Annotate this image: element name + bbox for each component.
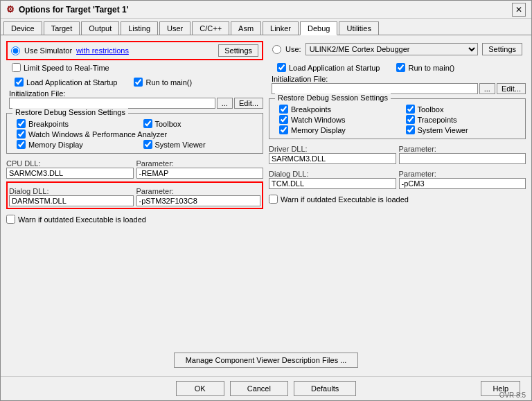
watch-windows-checkbox-right[interactable] xyxy=(279,115,288,124)
footer-buttons: OK Cancel Defaults xyxy=(176,381,357,396)
run-to-main-check-left: Run to main() xyxy=(134,78,192,87)
cancel-button[interactable]: Cancel xyxy=(230,381,288,396)
system-viewer-checkbox-left[interactable] xyxy=(143,140,152,149)
memory-display-checkbox-left[interactable] xyxy=(17,140,26,149)
restore-group-inner-left: Breakpoints Toolbox Watch Windows & Perf… xyxy=(11,119,258,149)
use-simulator-label: Use Simulator xyxy=(24,46,72,55)
tab-listing[interactable]: Listing xyxy=(121,21,158,35)
toolbox-checkbox-right[interactable] xyxy=(406,105,415,114)
use-debugger-section: Use: ULINK2/ME Cortex Debugger Settings xyxy=(269,41,526,57)
use-simulator-section: Use Simulator with restrictions Settings xyxy=(6,41,263,60)
run-to-main-checkbox-right[interactable] xyxy=(396,63,405,72)
title-bar-left: ⚙ Options for Target 'Target 1' xyxy=(6,4,129,15)
limit-speed-checkbox[interactable] xyxy=(12,63,21,72)
tab-utilities[interactable]: Utilities xyxy=(339,21,378,35)
init-file-section-left: Initialization File: ... Edit... xyxy=(9,89,263,109)
cpu-dll-label-left: CPU DLL: xyxy=(6,159,134,168)
footer: OK Cancel Defaults Help OVR 8:5 xyxy=(1,376,531,400)
debugger-select[interactable]: ULINK2/ME Cortex Debugger xyxy=(305,43,479,55)
load-app-row: Load Application at Startup Run to main(… xyxy=(9,78,263,87)
memory-display-label-left: Memory Display xyxy=(28,141,83,149)
restore-group-inner-right: Breakpoints Toolbox Watch Windows T xyxy=(274,105,521,134)
cpu-param-input-left[interactable] xyxy=(136,168,264,179)
driver-param-input-right[interactable] xyxy=(399,153,526,164)
system-viewer-checkbox-right[interactable] xyxy=(406,125,415,134)
tab-target[interactable]: Target xyxy=(44,21,80,35)
driver-dll-input-right[interactable] xyxy=(269,153,396,164)
tab-debug[interactable]: Debug xyxy=(300,21,337,35)
manage-component-button[interactable]: Manage Component Viewer Description File… xyxy=(174,353,359,368)
use-label: Use: xyxy=(285,45,301,53)
load-app-label-left: Load Application at Startup xyxy=(26,78,117,87)
init-file-section-right: Initialization File: ... Edit... xyxy=(272,75,526,94)
run-to-main-checkbox-left[interactable] xyxy=(134,78,143,87)
init-file-browse-left[interactable]: ... xyxy=(217,98,233,109)
breakpoints-checkbox-right[interactable] xyxy=(279,105,288,114)
app-icon: ⚙ xyxy=(6,4,15,15)
toolbox-checkbox-left[interactable] xyxy=(143,119,152,128)
tab-user[interactable]: User xyxy=(159,21,190,35)
tab-linker[interactable]: Linker xyxy=(263,21,299,35)
driver-dll-label-right: Driver DLL: xyxy=(269,145,396,153)
init-file-browse-right[interactable]: ... xyxy=(479,83,495,94)
load-app-check-right: Load Application at Startup xyxy=(277,63,380,72)
load-app-checkbox-right[interactable] xyxy=(277,63,286,72)
load-app-checkbox-left[interactable] xyxy=(15,78,24,87)
dialog-dll-label-left: Dialog DLL: xyxy=(9,187,134,195)
dialog-param-input-right[interactable] xyxy=(399,178,526,189)
breakpoints-label-right: Breakpoints xyxy=(291,105,331,114)
watch-windows-checkbox-left[interactable] xyxy=(17,130,26,139)
toolbox-row-left: Toolbox xyxy=(143,119,259,128)
init-file-input-right[interactable] xyxy=(272,83,478,94)
ok-button[interactable]: OK xyxy=(176,381,224,396)
watch-windows-label-left: Watch Windows & Performance Analyzer xyxy=(28,130,167,139)
status-bar: OVR 8:5 xyxy=(499,391,526,399)
run-to-main-label-left: Run to main() xyxy=(145,78,192,87)
close-button[interactable]: ✕ xyxy=(512,3,526,17)
dialog-dll-input-left[interactable] xyxy=(9,195,134,206)
breakpoints-checkbox-left[interactable] xyxy=(17,119,26,128)
warn-checkbox-left[interactable] xyxy=(6,215,15,224)
system-viewer-row-left: System Viewer xyxy=(143,140,259,149)
with-restrictions-link[interactable]: with restrictions xyxy=(76,46,129,55)
dialog-dll-row-left: Dialog DLL: Parameter: xyxy=(9,187,260,206)
dialog-param-input-left[interactable] xyxy=(136,195,261,206)
tab-asm[interactable]: Asm xyxy=(231,21,261,35)
restore-group-right: Restore Debug Session Settings Breakpoin… xyxy=(269,98,526,139)
tracepoints-label-right: Tracepoints xyxy=(418,116,457,124)
use-debugger-radio[interactable] xyxy=(272,45,281,54)
watch-windows-row-left: Watch Windows & Performance Analyzer xyxy=(17,130,258,139)
tab-cpp[interactable]: C/C++ xyxy=(192,21,229,35)
breakpoints-label-left: Breakpoints xyxy=(28,120,69,128)
driver-dll-col-right: Driver DLL: xyxy=(269,145,396,164)
memory-display-label-right: Memory Display xyxy=(291,126,346,134)
init-file-edit-left[interactable]: Edit... xyxy=(234,98,263,109)
warn-checkbox-right[interactable] xyxy=(269,195,278,204)
dialog-dll-row-right: Dialog DLL: Parameter: xyxy=(269,170,526,189)
limit-speed-label: Limit Speed to Real-Time xyxy=(24,64,109,72)
tracepoints-checkbox-right[interactable] xyxy=(406,115,415,124)
simulator-settings-button[interactable]: Settings xyxy=(218,44,258,57)
tab-device[interactable]: Device xyxy=(3,21,42,35)
debugger-settings-button[interactable]: Settings xyxy=(482,43,522,55)
defaults-button[interactable]: Defaults xyxy=(294,381,356,396)
cpu-dll-input-left[interactable] xyxy=(6,168,134,179)
dialog-dll-label-right: Dialog DLL: xyxy=(269,170,396,178)
driver-param-col-right: Parameter: xyxy=(399,145,526,164)
two-column-layout: Use Simulator with restrictions Settings… xyxy=(6,41,526,347)
breakpoints-row-right: Breakpoints xyxy=(279,105,395,114)
use-simulator-radio[interactable] xyxy=(11,46,20,55)
dialog-dll-input-right[interactable] xyxy=(269,178,396,189)
main-window: ⚙ Options for Target 'Target 1' ✕ Device… xyxy=(0,0,532,401)
init-file-edit-right[interactable]: Edit... xyxy=(497,83,526,94)
window-title: Options for Target 'Target 1' xyxy=(19,5,129,15)
warn-label-left: Warn if outdated Executable is loaded xyxy=(18,215,146,224)
init-file-input-left[interactable] xyxy=(9,98,215,109)
restore-group-title-right: Restore Debug Session Settings xyxy=(275,93,391,102)
memory-display-checkbox-right[interactable] xyxy=(279,125,288,134)
init-file-label-left: Initialization File: xyxy=(9,89,263,98)
cpu-dll-col-left: CPU DLL: xyxy=(6,159,134,179)
tab-output[interactable]: Output xyxy=(81,21,119,35)
driver-param-label-right: Parameter: xyxy=(399,145,526,153)
system-viewer-label-left: System Viewer xyxy=(155,141,206,149)
